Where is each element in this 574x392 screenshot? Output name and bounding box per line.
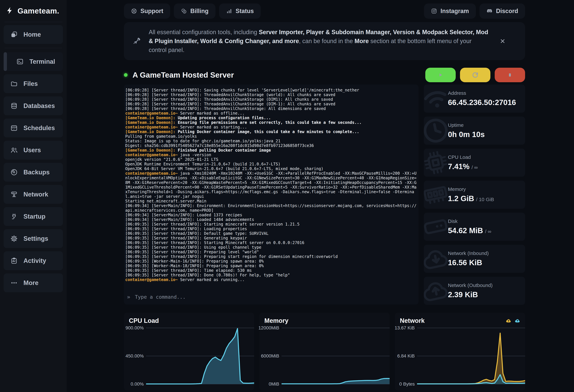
stat-value: 16.56 KiB — [448, 258, 489, 267]
database-icon — [10, 102, 18, 110]
stat-label: Disk — [448, 218, 491, 224]
disc-icon — [10, 168, 18, 176]
sidebar-item-label: Databases — [23, 102, 55, 109]
refresh-icon — [471, 71, 479, 79]
topnav-support-button[interactable]: Support — [124, 3, 170, 19]
stat-value-text: 2.39 KiB — [448, 290, 478, 299]
restart-server-button[interactable] — [460, 68, 491, 82]
sidebar-item-databases[interactable]: Databases — [4, 97, 63, 115]
stat-card-address: Address66.45.236.50:27016 — [424, 84, 525, 113]
topnav-billing-button[interactable]: $Billing — [174, 3, 215, 19]
console-log[interactable]: [06:09:28] [Server thread/INFO]: Saving … — [125, 88, 417, 289]
home-icon — [10, 31, 18, 38]
home-icon — [10, 31, 18, 38]
server-header: A GameTeam Hosted Server — [124, 67, 525, 82]
log-line: Pulling from gameteam.io/yolks — [125, 134, 417, 139]
y-axis-tick: 12000MiB — [258, 325, 279, 331]
y-axis-tick: 13.67 KiB — [395, 325, 415, 331]
banner-text: All essential configuration tools, inclu… — [149, 28, 491, 55]
sidebar-item-activity[interactable]: Activity — [4, 251, 63, 270]
start-server-button[interactable] — [425, 68, 456, 82]
sidebar-item-schedules[interactable]: Schedules — [4, 118, 63, 137]
cloud-up-fill-icon — [514, 318, 520, 324]
folder-icon — [10, 80, 18, 88]
topnav-status-button[interactable]: Status — [219, 3, 261, 19]
topnav-label: Support — [141, 8, 163, 15]
log-segment: container@gameteam.io~ — [125, 125, 178, 129]
log-segment: [06:09:35] [Server thread/INFO]: Prepari… — [125, 250, 259, 254]
log-segment: java -version — [178, 153, 211, 157]
log-line: [06:09:35] [Server thread/INFO]: Default… — [125, 231, 417, 236]
log-segment: Updating process configuration files... — [175, 116, 271, 120]
stat-value-text: 7.41% — [448, 162, 470, 171]
log-segment: [06:09:35] [Server thread/INFO]: Done (0… — [125, 273, 290, 277]
rocket-icon — [133, 37, 142, 46]
stop-server-button[interactable] — [495, 68, 525, 82]
sidebar-item-more[interactable]: More — [4, 274, 63, 292]
stat-card-network-inbound: Network (Inbound)16.56 KiB — [424, 245, 525, 273]
topnav-instagram-button[interactable]: Instagram — [424, 3, 476, 19]
terminal-icon — [16, 58, 24, 65]
folder-icon — [10, 80, 18, 88]
info-banner: All essential configuration tools, inclu… — [124, 22, 525, 60]
banner-close-button[interactable] — [498, 36, 508, 46]
network-icon — [10, 191, 18, 198]
chart-head: Memory — [264, 317, 390, 325]
log-line: [06:09:34] [ServerMain/INFO]: Environmen… — [125, 203, 417, 213]
log-segment: [06:09:28] [Server thread/INFO]: Saving … — [125, 88, 359, 93]
log-segment: [06:09:35] [Server thread/INFO]: Startin… — [125, 240, 304, 245]
activity-icon — [10, 257, 18, 265]
app-root: Gameteam. HomeTerminalFilesDatabasesSche… — [0, 0, 574, 392]
log-line: [06:09:34] [ServerMain/INFO]: Loaded 148… — [125, 217, 417, 222]
log-line: [06:09:35] [Server thread/INFO]: Startin… — [125, 222, 417, 227]
sidebar-item-network[interactable]: Network — [4, 185, 63, 204]
log-segment: OpenJDK 64-Bit Server VM Temurin-21.0.6+… — [125, 166, 323, 171]
log-line: [06:09:34] [ServerMain/INFO]: Loaded 137… — [125, 213, 417, 217]
charts-row: CPU Load900.00%450.00%0.00%Memory12000Mi… — [124, 313, 525, 390]
banner-segment: All essential configuration tools, inclu… — [149, 29, 259, 36]
stat-body: Uptime0h 0m 10s — [448, 122, 485, 139]
sidebar-item-terminal[interactable]: Terminal — [4, 52, 63, 71]
log-segment: [06:09:34] [ServerMain/INFO]: Loaded 148… — [125, 217, 254, 222]
stat-value[interactable]: 66.45.236.50:27016 — [448, 98, 516, 107]
sidebar-item-files[interactable]: Files — [4, 74, 63, 93]
topnav-discord-button[interactable]: Discord — [479, 3, 525, 19]
stop-icon — [506, 71, 514, 79]
ellipsis-icon — [10, 279, 18, 287]
command-input[interactable] — [135, 294, 417, 300]
chart-title: CPU Load — [129, 317, 159, 324]
log-line: Status: Image is up to date for ghcr.io/… — [125, 139, 417, 143]
banner-segment: , can be found in the — [299, 38, 354, 44]
stat-label: Network (Outbound) — [448, 283, 492, 288]
terminal-console: [06:09:28] [Server thread/INFO]: Saving … — [124, 84, 418, 304]
sidebar-item-home[interactable]: Home — [4, 25, 63, 44]
coins-icon: $ — [181, 8, 187, 14]
chart-plot — [417, 326, 525, 386]
y-axis-tick: 0 Bytes — [399, 381, 415, 387]
sidebar-nav: HomeTerminalFilesDatabasesSchedulesUsers… — [0, 22, 67, 295]
legend-inbound-toggle[interactable] — [506, 318, 512, 324]
lifebuoy-icon — [131, 8, 137, 14]
chart-head: CPU Load — [129, 317, 254, 325]
bar-chart-icon — [226, 8, 232, 14]
log-line: container@gameteam.io~ Server marked as … — [125, 111, 417, 116]
topnav-links: Support$BillingStatus — [124, 3, 261, 19]
chart-title: Memory — [264, 317, 288, 324]
play-icon — [436, 71, 445, 79]
log-line: [06:09:35] [Server thread/INFO]: Startin… — [125, 240, 417, 245]
sidebar-item-label: Settings — [23, 235, 48, 242]
log-segment: [06:09:35] [Worker-Main-16/INFO]: Prepar… — [125, 259, 264, 264]
stat-body: CPU Load7.41%/ ∞ — [448, 154, 478, 171]
chart-title: Network — [400, 317, 425, 324]
log-segment: container@gameteam.io~ — [125, 171, 178, 176]
sidebar-item-settings[interactable]: Settings — [4, 229, 63, 248]
sidebar-item-users[interactable]: Users — [4, 141, 63, 159]
sidebar-item-backups[interactable]: Backups — [4, 163, 63, 182]
sidebar-item-startup[interactable]: Startup — [4, 207, 63, 226]
stats-panel: Address66.45.236.50:27016Uptime0h 0m 10s… — [424, 84, 525, 305]
sidebar-item-label: More — [23, 279, 39, 287]
log-segment: Digest: sha256:cdb3991f5405627a7c18e855e… — [125, 143, 314, 148]
brand-logo[interactable]: Gameteam. — [0, 0, 67, 22]
legend-outbound-toggle[interactable] — [514, 318, 520, 324]
server-status-dot — [124, 73, 127, 77]
